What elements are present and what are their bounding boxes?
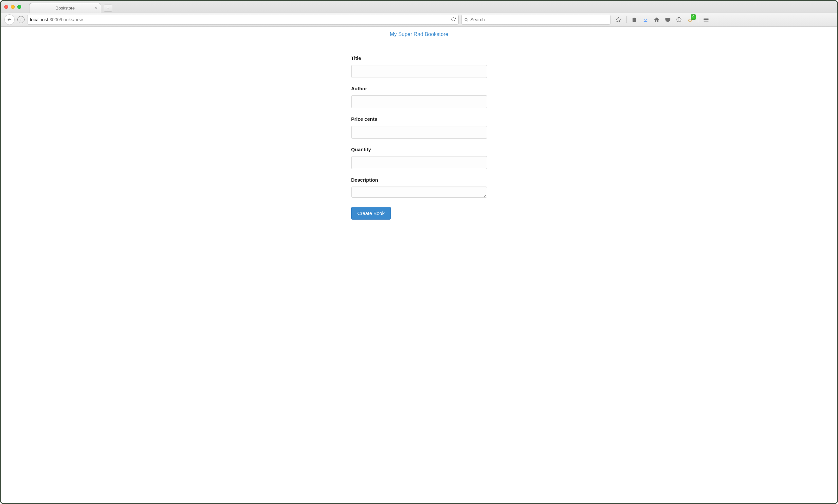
search-bar[interactable] xyxy=(461,15,610,24)
quantity-input[interactable] xyxy=(351,156,487,169)
clipboard-icon[interactable] xyxy=(631,16,638,23)
reload-icon[interactable] xyxy=(451,17,456,22)
address-bar[interactable]: localhost :3000/books/new xyxy=(27,15,459,24)
pocket-icon[interactable] xyxy=(664,16,671,23)
downloads-icon[interactable] xyxy=(642,16,649,23)
price-cents-input[interactable] xyxy=(351,126,487,139)
page-body: My Super Rad Bookstore Title Author Pric… xyxy=(1,27,837,220)
tab-strip: Bookstore × + xyxy=(1,1,837,13)
svg-marker-3 xyxy=(616,17,621,22)
description-label: Description xyxy=(351,177,487,183)
svg-line-2 xyxy=(467,20,468,21)
svg-rect-7 xyxy=(634,20,635,20)
title-label: Title xyxy=(351,55,487,61)
svg-rect-6 xyxy=(634,19,635,19)
description-textarea[interactable] xyxy=(351,186,487,198)
window-zoom-icon[interactable] xyxy=(17,5,21,9)
toolbar-divider xyxy=(698,16,698,23)
site-info-icon[interactable]: i xyxy=(17,16,24,23)
site-navbar: My Super Rad Bookstore xyxy=(1,27,837,42)
browser-toolbar: i localhost :3000/books/new xyxy=(1,13,837,26)
quantity-label: Quantity xyxy=(351,147,487,152)
window-close-icon[interactable] xyxy=(4,5,8,9)
tab-title: Bookstore xyxy=(56,5,75,11)
url-host: localhost xyxy=(30,17,48,22)
search-icon xyxy=(464,18,468,22)
hamburger-menu-icon[interactable] xyxy=(703,16,709,23)
search-input[interactable] xyxy=(470,17,608,22)
new-tab-button[interactable]: + xyxy=(104,4,112,12)
price-label: Price cents xyxy=(351,116,487,122)
tab-close-icon[interactable]: × xyxy=(95,5,97,11)
svg-rect-8 xyxy=(634,21,635,21)
author-label: Author xyxy=(351,86,487,91)
svg-point-1 xyxy=(465,18,467,21)
url-path: :3000/books/new xyxy=(48,17,83,22)
brand-link[interactable]: My Super Rad Bookstore xyxy=(390,32,448,37)
extension-icon[interactable]: 0 xyxy=(687,16,693,23)
browser-chrome: Bookstore × + i localhost :3000/books/ne… xyxy=(1,1,837,27)
back-button[interactable] xyxy=(4,14,15,25)
author-input[interactable] xyxy=(351,95,487,108)
home-icon[interactable] xyxy=(653,16,660,23)
window-minimize-icon[interactable] xyxy=(11,5,15,9)
svg-rect-5 xyxy=(634,17,635,18)
info-circle-icon[interactable] xyxy=(676,16,682,23)
svg-point-11 xyxy=(679,18,679,19)
svg-point-12 xyxy=(689,20,692,22)
browser-tab[interactable]: Bookstore × xyxy=(29,3,101,13)
title-input[interactable] xyxy=(351,65,487,78)
extension-badge: 0 xyxy=(691,14,696,20)
new-book-form: Title Author Price cents Quantity Descri… xyxy=(351,55,487,220)
create-book-button[interactable]: Create Book xyxy=(351,207,391,220)
toolbar-icons: 0 xyxy=(615,16,709,23)
window-controls xyxy=(4,5,21,9)
bookmark-star-icon[interactable] xyxy=(615,16,622,23)
